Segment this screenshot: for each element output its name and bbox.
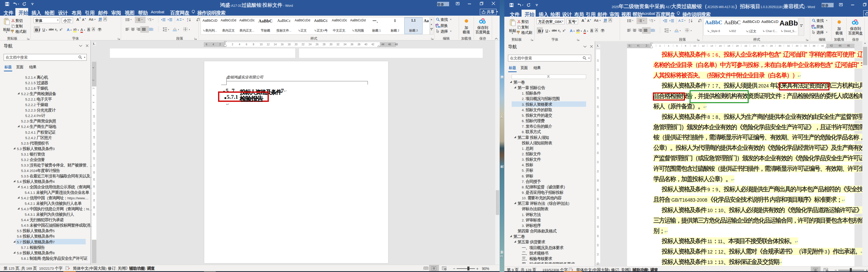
- svg-text:2: 2: [148, 19, 149, 21]
- svg-text:Z: Z: [187, 20, 188, 22]
- svg-text:A: A: [177, 18, 179, 22]
- svg-text:2: 2: [638, 20, 639, 22]
- svg-text:2: 2: [650, 20, 651, 22]
- svg-text:2: 2: [136, 19, 137, 21]
- svg-text:Z: Z: [689, 21, 690, 23]
- svg-text:A: A: [678, 19, 681, 23]
